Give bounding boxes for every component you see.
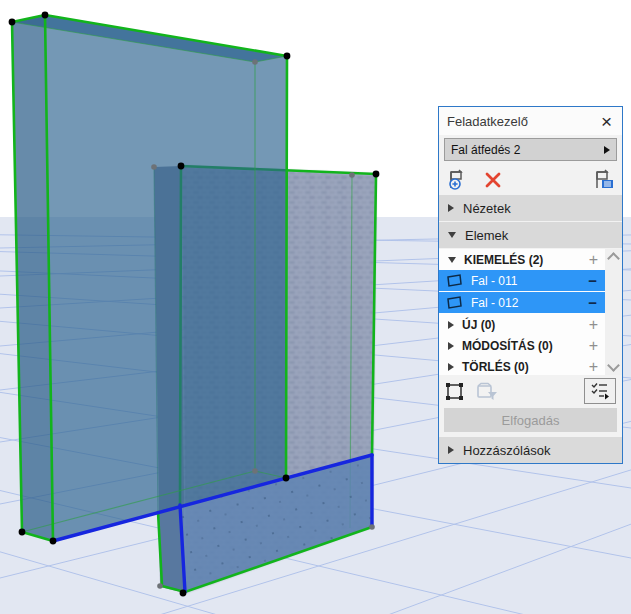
group-torles[interactable]: TÖRLÉS (0) + <box>439 356 605 377</box>
section-elements[interactable]: Elemek <box>439 222 622 248</box>
task-selector-dropdown[interactable]: Fal átfedés 2 <box>444 138 617 161</box>
list-options-button[interactable] <box>584 378 616 404</box>
delete-task-icon[interactable] <box>484 171 502 189</box>
accept-button[interactable]: Elfogadás <box>444 408 617 432</box>
group-label: KIEMELÉS (2) <box>464 253 589 267</box>
collapse-arrow-icon <box>448 363 454 371</box>
scroll-up-icon[interactable] <box>607 252 620 265</box>
expand-arrow-icon <box>448 232 456 238</box>
filter-elements-icon-disabled <box>476 382 498 401</box>
group-label: TÖRLÉS (0) <box>462 360 589 374</box>
group-uj[interactable]: ÚJ (0) + <box>439 314 605 335</box>
marquee-select-icon[interactable] <box>445 382 464 401</box>
chevron-right-icon <box>604 146 610 154</box>
add-element-button[interactable]: + <box>589 338 599 354</box>
panel-title: Feladatkezelő <box>447 114 599 129</box>
task-toolbar <box>439 165 622 195</box>
add-task-flag-icon[interactable] <box>446 169 470 191</box>
add-element-button[interactable]: + <box>589 317 599 333</box>
elements-list: KIEMELÉS (2) + Fal - 011 − Fal - 012 − Ú <box>439 249 605 375</box>
list-scrollbar[interactable] <box>605 249 622 375</box>
close-icon[interactable]: × <box>599 112 614 131</box>
collapse-arrow-icon <box>448 204 454 212</box>
task-selector-row: Fal átfedés 2 <box>439 135 622 165</box>
wall-front-face[interactable] <box>45 15 287 541</box>
wall-element-icon <box>446 296 463 309</box>
list-item-fal-012[interactable]: Fal - 012 − <box>439 292 605 313</box>
group-label: MÓDOSÍTÁS (0) <box>462 339 589 353</box>
bottom-toolbar <box>439 375 622 407</box>
add-element-button[interactable]: + <box>589 252 599 268</box>
panel-titlebar[interactable]: Feladatkezelő × <box>439 107 622 135</box>
scroll-down-icon[interactable] <box>607 359 620 372</box>
wall-fal-011[interactable] <box>12 15 287 541</box>
task-details-flag-icon[interactable] <box>591 169 615 191</box>
section-elements-label: Elemek <box>465 228 508 243</box>
collapse-arrow-icon <box>448 342 454 350</box>
list-item-fal-011[interactable]: Fal - 011 − <box>439 270 605 291</box>
checklist-icon <box>590 382 610 400</box>
task-manager-panel: Feladatkezelő × Fal átfedés 2 Nézetek <box>438 106 623 464</box>
group-label: ÚJ (0) <box>462 318 589 332</box>
group-modositas[interactable]: MÓDOSÍTÁS (0) + <box>439 335 605 356</box>
section-views-label: Nézetek <box>463 201 511 216</box>
section-comments-label: Hozzászólások <box>463 443 550 458</box>
remove-element-button[interactable]: − <box>588 295 597 310</box>
elements-list-area: KIEMELÉS (2) + Fal - 011 − Fal - 012 − Ú <box>439 249 622 375</box>
wall-element-icon <box>446 274 463 287</box>
task-selector-value: Fal átfedés 2 <box>451 143 604 157</box>
item-label: Fal - 012 <box>471 296 588 310</box>
remove-element-button[interactable]: − <box>588 273 597 288</box>
add-element-button[interactable]: + <box>589 359 599 375</box>
section-views[interactable]: Nézetek <box>439 195 622 221</box>
group-kiemeles[interactable]: KIEMELÉS (2) + <box>439 249 605 270</box>
collapse-arrow-icon <box>448 446 454 454</box>
section-comments[interactable]: Hozzászólások <box>439 437 622 463</box>
accept-button-row: Elfogadás <box>439 407 622 437</box>
item-label: Fal - 011 <box>471 274 588 288</box>
collapse-arrow-icon <box>448 321 454 329</box>
expand-arrow-icon <box>448 257 456 263</box>
app-window: Feladatkezelő × Fal átfedés 2 Nézetek <box>0 0 631 614</box>
